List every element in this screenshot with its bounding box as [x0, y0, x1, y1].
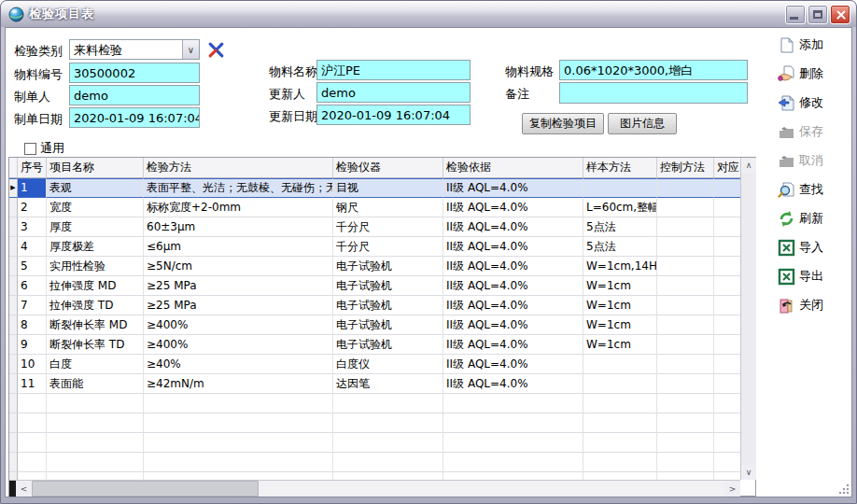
save-button[interactable]: 保存: [778, 121, 854, 142]
column-header[interactable]: 项目名称: [47, 158, 144, 177]
table-cell[interactable]: ≥400%: [144, 335, 333, 355]
row-selector[interactable]: [9, 355, 18, 374]
table-cell[interactable]: [714, 217, 740, 237]
table-cell[interactable]: [657, 315, 714, 335]
table-cell[interactable]: 11: [18, 374, 47, 394]
column-header[interactable]: 样本方法: [583, 158, 657, 177]
table-row[interactable]: 6拉伸强度 MD≥25 MPa电子试验机II级 AQL=4.0%W=1cm: [9, 276, 740, 296]
scroll-right-icon[interactable]: >: [724, 481, 740, 497]
row-selector[interactable]: [9, 198, 18, 217]
table-cell[interactable]: II级 AQL=4.0%: [443, 335, 583, 355]
scroll-up-icon[interactable]: ∧: [741, 158, 756, 173]
table-cell[interactable]: II级 AQL=4.0%: [443, 217, 583, 237]
resize-grip[interactable]: [838, 483, 850, 495]
creator-field[interactable]: demo: [69, 85, 200, 105]
row-selector[interactable]: [9, 315, 18, 335]
table-cell[interactable]: 实用性检验: [47, 257, 144, 276]
table-cell[interactable]: 千分尺: [333, 237, 443, 257]
table-row[interactable]: 10白度≥40%白度仪II级 AQL=4.0%: [9, 355, 740, 374]
table-row[interactable]: 3厚度60±3μm千分尺II级 AQL=4.0%5点法: [9, 217, 740, 237]
table-cell[interactable]: 电子试验机: [333, 296, 443, 315]
spec-field[interactable]: 0.06*1020*3000,增白: [559, 60, 748, 80]
row-pointer-icon[interactable]: ▶: [9, 178, 18, 198]
table-cell[interactable]: [657, 217, 714, 237]
splitter-handle[interactable]: [9, 481, 16, 497]
table-cell[interactable]: 电子试验机: [333, 257, 443, 276]
table-row[interactable]: 11表面能≥42mN/m达因笔II级 AQL=4.0%: [9, 374, 740, 394]
chevron-down-icon[interactable]: ∨: [182, 40, 199, 59]
table-cell[interactable]: II级 AQL=4.0%: [443, 315, 583, 335]
table-cell[interactable]: [714, 374, 740, 394]
table-cell[interactable]: [657, 276, 714, 296]
column-header[interactable]: 检验方法: [144, 158, 333, 177]
row-selector[interactable]: [9, 257, 18, 276]
table-cell[interactable]: 厚度: [47, 217, 144, 237]
table-cell[interactable]: 7: [18, 296, 47, 315]
table-cell[interactable]: 断裂伸长率 MD: [47, 315, 144, 335]
table-cell[interactable]: 表观: [47, 178, 144, 198]
table-cell[interactable]: 表面平整、光洁；无鼓棱、无碰伤；无: [144, 178, 333, 198]
table-cell[interactable]: II级 AQL=4.0%: [443, 276, 583, 296]
table-cell[interactable]: 4: [18, 237, 47, 257]
table-cell[interactable]: W=1cm: [583, 276, 657, 296]
table-cell[interactable]: 厚度极差: [47, 237, 144, 257]
refresh-button[interactable]: 刷新: [778, 208, 854, 229]
clear-filter-button[interactable]: [205, 38, 226, 61]
export-button[interactable]: 导出: [778, 266, 854, 287]
image-info-button[interactable]: 图片信息: [608, 113, 677, 134]
table-cell[interactable]: [657, 257, 714, 276]
close-form-button[interactable]: 关闭: [778, 295, 854, 315]
table-cell[interactable]: 电子试验机: [333, 276, 443, 296]
modify-button[interactable]: 修改: [778, 92, 854, 113]
table-cell[interactable]: [714, 355, 740, 374]
table-cell[interactable]: W=1cm,14H: [583, 257, 657, 276]
row-selector[interactable]: [9, 335, 18, 355]
cancel-button[interactable]: 取消: [778, 150, 854, 171]
table-cell[interactable]: ≥42mN/m: [144, 374, 333, 394]
remark-field[interactable]: [559, 82, 748, 104]
close-button[interactable]: [830, 5, 850, 24]
material-name-field[interactable]: 沪江PE: [316, 60, 471, 80]
table-cell[interactable]: [714, 296, 740, 315]
table-cell[interactable]: [714, 237, 740, 257]
vertical-scrollbar[interactable]: ∧ ∨: [740, 158, 756, 480]
table-row[interactable]: 4厚度极差≤6μm千分尺II级 AQL=4.0%5点法: [9, 237, 740, 257]
table-cell[interactable]: 标称宽度+2-0mm: [144, 198, 333, 217]
scroll-left-icon[interactable]: <: [16, 481, 32, 497]
table-cell[interactable]: 5点法: [583, 237, 657, 257]
table-cell[interactable]: II级 AQL=4.0%: [443, 374, 583, 394]
column-header[interactable]: 序号: [18, 158, 47, 177]
table-row[interactable]: 9断裂伸长率 TD≥400%电子试验机II级 AQL=4.0%W=1cm: [9, 335, 740, 355]
table-cell[interactable]: 断裂伸长率 TD: [47, 335, 144, 355]
table-cell[interactable]: 拉伸强度 TD: [47, 296, 144, 315]
table-cell[interactable]: II级 AQL=4.0%: [443, 355, 583, 374]
table-cell[interactable]: 60±3μm: [144, 217, 333, 237]
column-header[interactable]: 检验仪器: [333, 158, 443, 177]
row-selector[interactable]: [9, 237, 18, 257]
table-cell[interactable]: 9: [18, 335, 47, 355]
table-cell[interactable]: W=1cm: [583, 335, 657, 355]
table-cell[interactable]: [714, 335, 740, 355]
table-cell[interactable]: ≤6μm: [144, 237, 333, 257]
horizontal-scroll-thumb[interactable]: [32, 481, 259, 497]
table-cell[interactable]: 2: [18, 198, 47, 217]
table-cell[interactable]: 10: [18, 355, 47, 374]
update-date-field[interactable]: 2020-01-09 16:07:04: [316, 105, 471, 125]
table-cell[interactable]: II级 AQL=4.0%: [443, 296, 583, 315]
table-cell[interactable]: [657, 178, 714, 198]
table-cell[interactable]: [657, 335, 714, 355]
table-cell[interactable]: [583, 355, 657, 374]
table-cell[interactable]: [583, 374, 657, 394]
table-row[interactable]: 8断裂伸长率 MD≥400%电子试验机II级 AQL=4.0%W=1cm: [9, 315, 740, 335]
table-cell[interactable]: II级 AQL=4.0%: [443, 178, 583, 198]
table-cell[interactable]: 白度: [47, 355, 144, 374]
table-cell[interactable]: [657, 296, 714, 315]
table-cell[interactable]: II级 AQL=4.0%: [443, 257, 583, 276]
column-header[interactable]: 检验依据: [443, 158, 583, 177]
table-row[interactable]: 7拉伸强度 TD≥25 MPa电子试验机II级 AQL=4.0%W=1cm: [9, 296, 740, 315]
table-cell[interactable]: ≥400%: [144, 315, 333, 335]
table-cell[interactable]: 目视: [333, 178, 443, 198]
table-cell[interactable]: [657, 237, 714, 257]
table-cell[interactable]: L=60cm,整幅: [583, 198, 657, 217]
table-cell[interactable]: 3: [18, 217, 47, 237]
